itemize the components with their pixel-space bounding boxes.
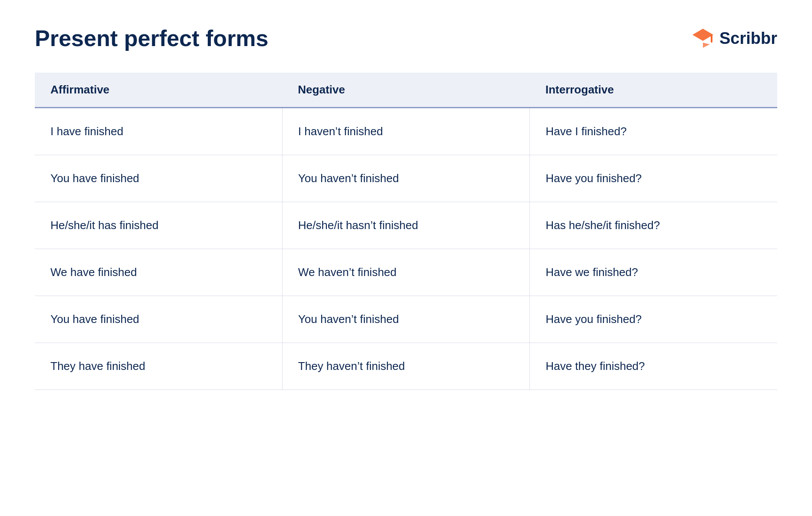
cell-interrogative-4: Have you finished? bbox=[530, 296, 777, 343]
grammar-table: Affirmative Negative Interrogative I hav… bbox=[35, 73, 777, 390]
logo-text: Scribbr bbox=[719, 29, 777, 48]
cell-affirmative-4: You have finished bbox=[35, 296, 282, 343]
cell-interrogative-1: Have you finished? bbox=[530, 155, 777, 202]
svg-marker-1 bbox=[692, 29, 713, 41]
cell-negative-0: I haven’t finished bbox=[282, 108, 529, 155]
table-row: You have finishedYou haven’t finishedHav… bbox=[35, 155, 777, 202]
logo: Scribbr bbox=[691, 26, 777, 50]
cell-affirmative-3: We have finished bbox=[35, 249, 282, 296]
cell-negative-2: He/she/it hasn’t finished bbox=[282, 202, 529, 249]
cell-negative-3: We haven’t finished bbox=[282, 249, 529, 296]
scribbr-icon bbox=[691, 26, 715, 50]
cell-negative-5: They haven’t finished bbox=[282, 343, 529, 390]
table-header-row: Affirmative Negative Interrogative bbox=[35, 73, 777, 107]
column-header-affirmative: Affirmative bbox=[35, 73, 282, 107]
page-header: Present perfect forms Scribbr bbox=[35, 26, 777, 51]
cell-interrogative-2: Has he/she/it finished? bbox=[530, 202, 777, 249]
table-row: I have finishedI haven’t finishedHave I … bbox=[35, 108, 777, 155]
table-row: We have finishedWe haven’t finishedHave … bbox=[35, 249, 777, 296]
cell-interrogative-5: Have they finished? bbox=[530, 343, 777, 390]
page-title: Present perfect forms bbox=[35, 26, 269, 51]
table-row: They have finishedThey haven’t finishedH… bbox=[35, 343, 777, 390]
cell-affirmative-1: You have finished bbox=[35, 155, 282, 202]
svg-marker-2 bbox=[703, 43, 710, 48]
cell-affirmative-5: They have finished bbox=[35, 343, 282, 390]
table-row: You have finishedYou haven’t finishedHav… bbox=[35, 296, 777, 343]
cell-negative-4: You haven’t finished bbox=[282, 296, 529, 343]
column-header-negative: Negative bbox=[282, 73, 529, 107]
cell-interrogative-3: Have we finished? bbox=[530, 249, 777, 296]
cell-affirmative-0: I have finished bbox=[35, 108, 282, 155]
table-row: He/she/it has finishedHe/she/it hasn’t f… bbox=[35, 202, 777, 249]
cell-interrogative-0: Have I finished? bbox=[530, 108, 777, 155]
column-header-interrogative: Interrogative bbox=[530, 73, 777, 107]
cell-negative-1: You haven’t finished bbox=[282, 155, 529, 202]
cell-affirmative-2: He/she/it has finished bbox=[35, 202, 282, 249]
svg-rect-3 bbox=[711, 35, 712, 43]
